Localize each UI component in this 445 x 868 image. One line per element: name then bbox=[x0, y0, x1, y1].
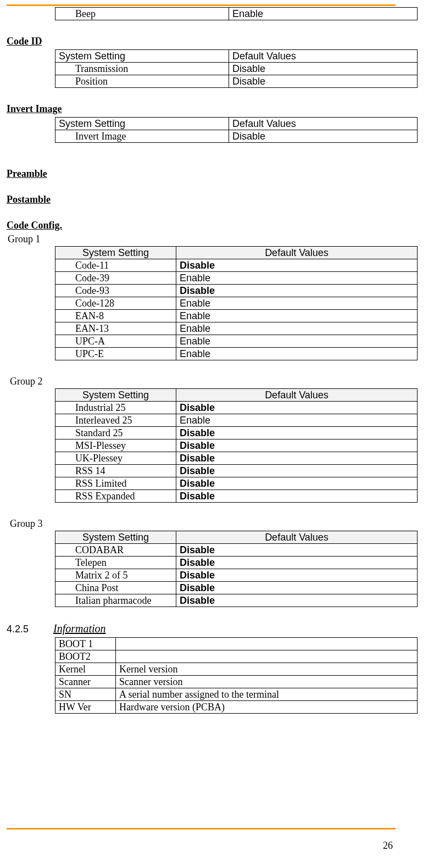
table-row: Transmission Disable bbox=[55, 63, 418, 75]
info-key: Kernel bbox=[55, 663, 116, 676]
table-header-row: System Setting Default Values bbox=[55, 247, 418, 259]
setting-cell: Standard 25 bbox=[55, 427, 176, 439]
value-cell: Disable bbox=[176, 465, 418, 477]
value-cell: Disable bbox=[176, 594, 418, 607]
setting-cell: Beep bbox=[55, 8, 229, 20]
setting-cell: Industrial 25 bbox=[55, 402, 176, 414]
table-row: China PostDisable bbox=[55, 582, 418, 594]
header-cell: Default Values bbox=[229, 50, 418, 63]
table-row: UPC-EEnable bbox=[55, 348, 418, 360]
value-cell: Disable bbox=[176, 477, 418, 490]
setting-cell: Code-128 bbox=[55, 297, 176, 310]
group1-label: Group 1 bbox=[8, 233, 396, 245]
value-cell: Enable bbox=[176, 348, 418, 360]
table-row: EAN-13Enable bbox=[55, 322, 418, 335]
value-cell: Disable bbox=[176, 427, 418, 439]
info-key: BOOT 1 bbox=[55, 638, 116, 650]
table-row: Code-39Enable bbox=[55, 272, 418, 285]
header-cell: System Setting bbox=[55, 118, 229, 130]
table-row: Italian pharmacodeDisable bbox=[55, 594, 418, 607]
table-row: Code-93Disable bbox=[55, 285, 418, 297]
info-key: BOOT2 bbox=[55, 650, 116, 663]
header-cell: System Setting bbox=[55, 531, 176, 544]
table-row: Interleaved 25Enable bbox=[55, 414, 418, 427]
group2-body: Industrial 25DisableInterleaved 25Enable… bbox=[55, 402, 418, 503]
group1-table: System Setting Default Values Code-11Dis… bbox=[55, 246, 418, 360]
setting-cell: Interleaved 25 bbox=[55, 414, 176, 427]
group3-body: CODABARDisableTelepenDisableMatrix 2 of … bbox=[55, 544, 418, 607]
table-row: Matrix 2 of 5Disable bbox=[55, 569, 418, 582]
page-number: 26 bbox=[383, 840, 393, 852]
table-row: CODABARDisable bbox=[55, 544, 418, 557]
header-cell: Default Values bbox=[229, 118, 418, 130]
info-key: Scanner bbox=[55, 676, 116, 688]
info-key: SN bbox=[55, 688, 116, 701]
table-row: UK-PlesseyDisable bbox=[55, 452, 418, 465]
setting-cell: China Post bbox=[55, 582, 176, 594]
setting-cell: Transmission bbox=[55, 63, 229, 75]
code-id-table: System Setting Default Values Transmissi… bbox=[55, 49, 418, 88]
header-cell: System Setting bbox=[55, 50, 229, 63]
value-cell: Enable bbox=[176, 414, 418, 427]
value-cell: Disable bbox=[229, 130, 418, 143]
info-value: A serial number assigned to the terminal bbox=[116, 688, 418, 701]
table-row: ScannerScanner version bbox=[55, 676, 418, 688]
header-cell: System Setting bbox=[55, 389, 176, 402]
value-cell: Enable bbox=[229, 8, 418, 20]
heading-preamble: Preamble bbox=[7, 168, 396, 180]
setting-cell: Invert Image bbox=[55, 130, 229, 143]
table-row: Position Disable bbox=[55, 75, 418, 88]
table-row: RSS LimitedDisable bbox=[55, 477, 418, 490]
information-section: 4.2.5 Information BOOT 1BOOT2KernelKerne… bbox=[7, 622, 396, 714]
heading-postamble: Postamble bbox=[7, 194, 396, 205]
beep-table: Beep Enable bbox=[55, 7, 418, 20]
invert-image-table: System Setting Default Values Invert Ima… bbox=[55, 117, 418, 143]
heading-code-id: Code ID bbox=[7, 36, 396, 47]
table-row: RSS ExpandedDisable bbox=[55, 490, 418, 503]
setting-cell: MSI-Plessey bbox=[55, 439, 176, 452]
setting-cell: Position bbox=[55, 75, 229, 88]
table-row: MSI-PlesseyDisable bbox=[55, 439, 418, 452]
value-cell: Disable bbox=[176, 259, 418, 272]
table-row: TelepenDisable bbox=[55, 557, 418, 569]
setting-cell: UPC-E bbox=[55, 348, 176, 360]
info-value: Kernel version bbox=[116, 663, 418, 676]
value-cell: Disable bbox=[176, 544, 418, 557]
value-cell: Disable bbox=[176, 402, 418, 414]
group3-label: Group 3 bbox=[10, 518, 396, 530]
table-header-row: System Setting Default Values bbox=[55, 531, 418, 544]
value-cell: Disable bbox=[229, 75, 418, 88]
information-heading: 4.2.5 Information bbox=[7, 622, 396, 635]
table-row: Industrial 25Disable bbox=[55, 402, 418, 414]
setting-cell: Code-39 bbox=[55, 272, 176, 285]
table-row: SNA serial number assigned to the termin… bbox=[55, 688, 418, 701]
info-value: Scanner version bbox=[116, 676, 418, 688]
section-title: Information bbox=[53, 622, 106, 635]
bottom-divider bbox=[7, 828, 396, 830]
setting-cell: CODABAR bbox=[55, 544, 176, 557]
table-row: Standard 25Disable bbox=[55, 427, 418, 439]
setting-cell: EAN-8 bbox=[55, 310, 176, 322]
table-header-row: System Setting Default Values bbox=[55, 118, 418, 130]
header-cell: Default Values bbox=[176, 389, 418, 402]
value-cell: Disable bbox=[176, 490, 418, 503]
header-cell: Default Values bbox=[176, 247, 418, 259]
header-cell: Default Values bbox=[176, 531, 418, 544]
setting-cell: RSS Expanded bbox=[55, 490, 176, 503]
heading-invert-image: Invert Image bbox=[7, 103, 396, 115]
setting-cell: Telepen bbox=[55, 557, 176, 569]
info-key: HW Ver bbox=[55, 701, 116, 714]
setting-cell: Code-11 bbox=[55, 259, 176, 272]
group2-table: System Setting Default Values Industrial… bbox=[55, 388, 418, 503]
table-row: Code-11Disable bbox=[55, 259, 418, 272]
value-cell: Enable bbox=[176, 310, 418, 322]
value-cell: Enable bbox=[176, 335, 418, 348]
value-cell: Disable bbox=[176, 582, 418, 594]
table-row: HW VerHardware version (PCBA) bbox=[55, 701, 418, 714]
table-header-row: System Setting Default Values bbox=[55, 389, 418, 402]
top-divider bbox=[7, 4, 396, 6]
setting-cell: Matrix 2 of 5 bbox=[55, 569, 176, 582]
value-cell: Disable bbox=[176, 569, 418, 582]
table-row: BOOT 1 bbox=[55, 638, 418, 650]
value-cell: Enable bbox=[176, 297, 418, 310]
